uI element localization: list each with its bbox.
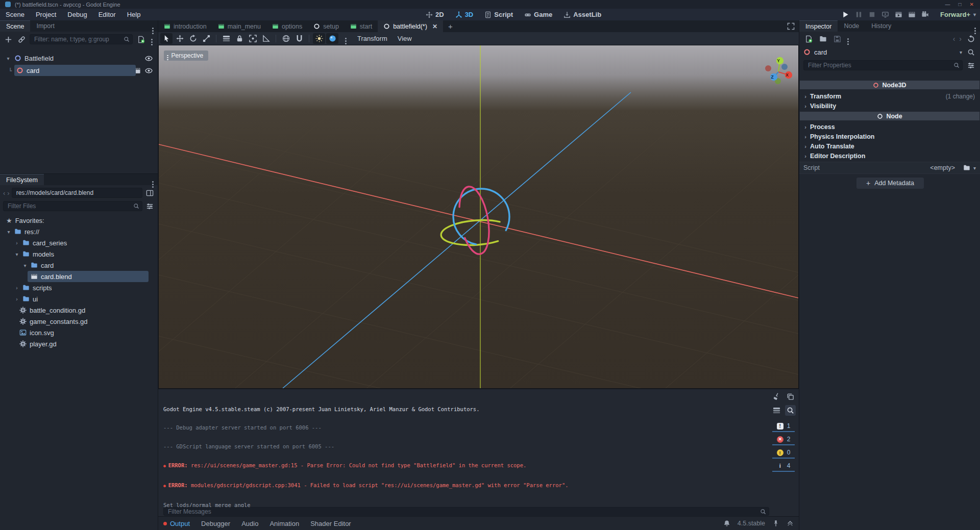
snap-toggle-button[interactable]: [293, 33, 305, 44]
tab-node[interactable]: Node: [838, 20, 865, 32]
fs-item-battle-condition[interactable]: battle_condition.gd: [0, 305, 158, 316]
ruler-mode-button[interactable]: [260, 33, 272, 44]
split-mode-icon[interactable]: [144, 188, 155, 198]
group-physics-interpolation[interactable]: › Physics Interpolation: [799, 132, 980, 141]
instance-scene-button[interactable]: [16, 34, 27, 44]
add-metadata-button[interactable]: + Add Metadata: [856, 178, 924, 189]
panel-output-button[interactable]: Output: [163, 520, 190, 527]
minimize-button[interactable]: —: [945, 0, 950, 9]
inspector-menu-icon[interactable]: [974, 28, 976, 29]
view-menu[interactable]: View: [393, 35, 416, 42]
script-dropdown-chevron-icon[interactable]: ▾: [973, 165, 976, 171]
expand-arrow-icon[interactable]: ›: [14, 285, 19, 291]
scene-tab-battlefield[interactable]: battlefield(*) ✕: [378, 20, 443, 32]
node-dropdown-chevron-icon[interactable]: ▾: [960, 49, 962, 55]
menu-debug[interactable]: Debug: [62, 9, 92, 20]
group-transform[interactable]: › Transform (1 change): [799, 91, 980, 101]
scene-dock-menu-icon[interactable]: [152, 28, 154, 29]
toggle-info-button[interactable]: i 4: [772, 461, 795, 472]
sun-environment-menu-icon[interactable]: [339, 33, 352, 44]
tab-scene[interactable]: Scene: [0, 20, 30, 32]
tree-row-card[interactable]: ┗ card: [0, 64, 158, 77]
category-node[interactable]: Node: [800, 112, 979, 120]
collapse-duplicates-button[interactable]: [771, 405, 782, 416]
pause-button[interactable]: [855, 11, 863, 18]
copy-output-button[interactable]: [785, 391, 796, 402]
expand-arrow-icon[interactable]: ›: [14, 240, 19, 246]
select-tool-button[interactable]: [160, 33, 173, 44]
save-resource-button[interactable]: [832, 34, 842, 44]
group-auto-translate[interactable]: › Auto Translate: [799, 141, 980, 151]
history-forward-icon[interactable]: ›: [959, 35, 962, 43]
resource-menu-icon[interactable]: [847, 38, 849, 40]
mode-3d-button[interactable]: 3D: [452, 11, 477, 18]
move-tool-button[interactable]: [174, 33, 186, 44]
panel-debugger-button[interactable]: Debugger: [201, 520, 230, 527]
fs-item-card-blend[interactable]: card.blend: [0, 271, 158, 282]
mode-assetlib-button[interactable]: AssetLib: [560, 11, 604, 18]
distraction-free-icon[interactable]: [787, 22, 799, 32]
group-node-button[interactable]: [247, 33, 259, 44]
menu-project[interactable]: Project: [30, 9, 62, 20]
fs-item-res[interactable]: ▾ res://: [0, 226, 158, 237]
scale-tool-button[interactable]: [200, 33, 212, 44]
toggle-errors-button[interactable]: ✕ 2: [772, 434, 795, 445]
nav-forward-icon[interactable]: ›: [7, 189, 9, 197]
script-load-folder-icon[interactable]: [962, 163, 971, 173]
filesystem-menu-icon[interactable]: [152, 181, 154, 183]
viewport-3d[interactable]: Y X Z Perspective: [158, 45, 799, 389]
maximize-button[interactable]: □: [959, 0, 962, 9]
category-node3d[interactable]: Node3D: [800, 81, 979, 89]
file-filter-input[interactable]: [4, 201, 142, 211]
edit-history-icon[interactable]: [966, 34, 976, 44]
scene-tab-main-menu[interactable]: main_menu: [212, 20, 266, 32]
toggle-warnings-button[interactable]: ! 0: [772, 447, 795, 459]
current-path-input[interactable]: [12, 188, 142, 197]
tab-history[interactable]: History: [865, 20, 897, 32]
panel-shader-editor-button[interactable]: Shader Editor: [310, 520, 351, 527]
fs-item-models[interactable]: ▾ models: [0, 248, 158, 260]
axis-neg-x-ball[interactable]: [765, 65, 771, 71]
fs-item-card-folder[interactable]: ▾ card: [0, 260, 158, 271]
pin-panel-icon[interactable]: [772, 520, 779, 527]
fs-item-scripts[interactable]: › scripts: [0, 282, 158, 293]
menu-scene[interactable]: Scene: [0, 9, 30, 20]
scene-tab-options[interactable]: options: [266, 20, 308, 32]
load-resource-button[interactable]: [818, 34, 828, 44]
renderer-select[interactable]: Forward+ ▾: [940, 9, 976, 20]
tab-filesystem[interactable]: FileSystem: [0, 174, 44, 185]
notifications-bell-icon[interactable]: [723, 520, 730, 527]
rotate-tool-button[interactable]: [187, 33, 199, 44]
expand-panel-icon[interactable]: [787, 520, 794, 527]
play-custom-scene-button[interactable]: [908, 11, 916, 18]
close-button[interactable]: ✕: [970, 0, 974, 9]
close-tab-icon[interactable]: ✕: [432, 23, 437, 30]
menu-help[interactable]: Help: [121, 9, 146, 20]
visibility-eye-icon[interactable]: [145, 67, 153, 74]
add-node-button[interactable]: [3, 34, 13, 44]
expand-arrow-icon[interactable]: ›: [14, 296, 19, 302]
menu-editor[interactable]: Editor: [93, 9, 121, 20]
transform-menu[interactable]: Transform: [353, 35, 392, 42]
play-button[interactable]: [842, 11, 849, 18]
scene-tab-setup[interactable]: setup: [308, 20, 345, 32]
scene-filter-input[interactable]: [30, 35, 132, 44]
new-tab-button[interactable]: +: [443, 20, 458, 32]
preview-environment-button[interactable]: [326, 33, 338, 44]
perspective-menu-button[interactable]: Perspective: [164, 51, 208, 61]
property-tools-icon[interactable]: [966, 60, 976, 70]
scene-tab-introduction[interactable]: introduction: [158, 20, 212, 32]
visibility-eye-icon[interactable]: [145, 55, 153, 62]
tab-inspector[interactable]: Inspector: [799, 20, 838, 32]
tree-row-battlefield[interactable]: ▾ Battlefield: [0, 52, 158, 64]
local-space-button[interactable]: [280, 33, 292, 44]
clear-output-button[interactable]: [771, 391, 782, 402]
version-label[interactable]: 4.5.stable: [738, 520, 765, 527]
property-filter-input[interactable]: [804, 61, 962, 70]
collapse-arrow-icon[interactable]: ▾: [14, 251, 19, 257]
nav-back-icon[interactable]: ‹: [3, 189, 5, 197]
fs-item-player[interactable]: player.gd: [0, 338, 158, 349]
fs-item-icon-svg[interactable]: icon.svg: [0, 327, 158, 338]
movie-maker-button[interactable]: [921, 11, 929, 18]
panel-animation-button[interactable]: Animation: [270, 520, 299, 527]
